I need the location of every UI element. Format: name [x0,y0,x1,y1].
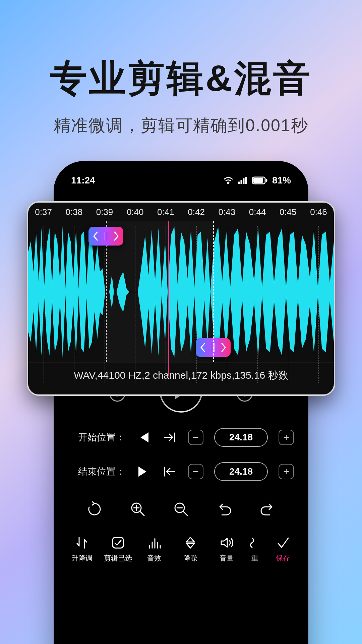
reset-button[interactable] [84,498,105,520]
svg-rect-1 [241,180,242,184]
svg-rect-3 [245,177,247,184]
svg-rect-9 [113,537,123,548]
chevron-left-icon [200,343,206,352]
trim-selected-button[interactable]: 剪辑已选 [100,535,136,563]
svg-rect-2 [243,178,244,184]
pitch-button[interactable]: 升降调 [64,535,100,563]
end-plus-button[interactable]: + [279,464,294,479]
undo-button[interactable] [214,498,235,520]
volume-button[interactable]: 音量 [208,535,245,563]
denoise-button[interactable]: 降噪 [172,535,208,563]
save-button[interactable]: 保存 [265,535,301,563]
zoom-in-button[interactable] [127,498,148,520]
promo-title: 专业剪辑&混音 [0,54,362,104]
start-minus-button[interactable]: − [188,430,203,445]
waveform-area[interactable] [28,221,334,362]
battery-icon [252,176,267,184]
item-partial[interactable]: 重 [245,535,265,563]
bottom-toolbar: 升降调 剪辑已选 音效 降噪 音量 重 保存 [63,535,299,563]
promo-subtitle: 精准微调，剪辑可精确到0.001秒 [0,114,362,137]
selection-start-handle[interactable] [88,227,123,246]
end-minus-button[interactable]: − [188,464,203,479]
end-position-row: 结束位置： − 24.18 + [63,462,299,481]
to-out-icon[interactable] [162,466,177,477]
chevron-right-icon [113,231,119,241]
time-ruler: 0:37 0:38 0:39 0:40 0:41 0:42 0:43 0:44 … [28,203,334,221]
svg-rect-0 [238,182,240,184]
waveform-editor[interactable]: 0:37 0:38 0:39 0:40 0:41 0:42 0:43 0:44 … [27,201,335,396]
zoom-out-button[interactable] [170,498,192,520]
signal-icon [238,177,247,184]
svg-rect-5 [253,178,263,183]
start-plus-button[interactable]: + [279,430,294,445]
playhead[interactable] [168,221,169,376]
status-battery: 81% [272,175,291,186]
chevron-left-icon [93,231,99,241]
to-in-icon[interactable] [162,432,177,443]
chevron-right-icon [221,343,227,352]
status-time: 11:24 [71,175,95,186]
start-value[interactable]: 24.18 [214,428,268,447]
wifi-icon [223,176,233,184]
start-label: 开始位置： [68,431,125,444]
start-position-row: 开始位置： − 24.18 + [63,428,299,447]
end-value[interactable]: 24.18 [214,462,268,481]
status-bar: 11:24 81% [63,173,299,195]
fx-button[interactable]: 音效 [136,535,172,563]
skip-start-icon[interactable] [136,432,151,443]
skip-end-icon[interactable] [136,466,151,477]
end-label: 结束位置： [68,465,125,478]
waveform-icon [28,221,334,362]
selection-end-handle[interactable] [196,338,231,357]
redo-button[interactable] [257,498,278,520]
svg-rect-6 [266,179,267,182]
